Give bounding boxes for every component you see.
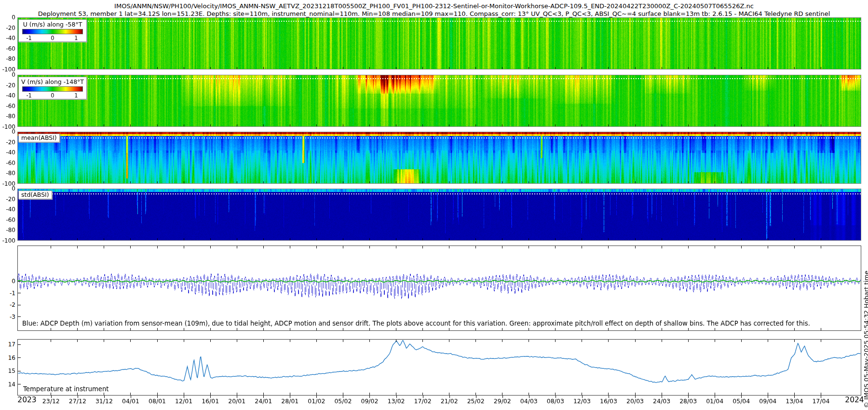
x-tick-mark <box>582 396 583 398</box>
x-tick-mark <box>78 396 78 398</box>
temperature-label: Temperature at instrument <box>23 385 109 393</box>
x-date-label: 05/02 <box>334 397 352 405</box>
x-tick-mark <box>423 396 423 398</box>
y-tick-label: 0 <box>0 71 15 78</box>
legend-v-title: V (m/s) along -148°T <box>21 78 84 85</box>
x-date-label: 01/04 <box>706 397 723 405</box>
colorbar-u <box>22 29 83 34</box>
y-tick-label: -60 <box>0 45 15 52</box>
x-date-label: 27/12 <box>69 397 86 405</box>
colorbar-u-ticks: -1 0 1 <box>21 35 84 41</box>
x-date-label: 12/03 <box>573 397 591 405</box>
y-tick-label: -20 <box>0 139 15 146</box>
panel-std-absi <box>17 189 861 241</box>
y-tick-label: -20 <box>0 196 15 203</box>
y-tick-label: -1 <box>0 290 15 297</box>
x-tick-mark <box>184 396 184 398</box>
panel-temperature <box>17 339 861 396</box>
x-date-label: 05/04 <box>732 397 750 405</box>
depth-variation-plot <box>18 246 861 330</box>
x-date-label: 28/03 <box>679 397 697 405</box>
y-tick-label: -80 <box>0 170 15 177</box>
colorbar-tick: 1 <box>74 35 78 41</box>
x-date-label: 17/02 <box>414 397 432 405</box>
colorbar-tick: 0 <box>51 35 54 41</box>
legend-v: V (m/s) along -148°T -1 0 1 <box>18 77 87 99</box>
y-tick-label: 0 <box>0 128 15 135</box>
x-date-label: 04/01 <box>122 397 139 405</box>
y-tick-label: 16 <box>0 355 15 361</box>
x-tick-mark <box>794 396 795 398</box>
u-velocity-heatmap <box>18 18 861 69</box>
y-tick-label: -40 <box>0 206 15 213</box>
x-date-label: 17/04 <box>812 397 829 405</box>
y-tick-label: -40 <box>0 149 15 156</box>
x-tick-mark <box>290 396 290 398</box>
y-tick-label: -60 <box>0 217 15 223</box>
colorbar-tick: -1 <box>26 92 31 99</box>
y-tick-label: -100 <box>0 237 15 244</box>
x-tick-mark <box>131 396 131 398</box>
x-tick-mark <box>635 396 636 398</box>
x-date-label: 24/01 <box>255 397 272 405</box>
y-tick-label: 17 <box>0 341 15 348</box>
x-date-label: 09/02 <box>361 397 378 405</box>
x-date-label: 24/03 <box>653 397 670 405</box>
x-tick-mark <box>609 396 609 398</box>
colorbar-tick: 1 <box>74 92 78 99</box>
x-date-label: 13/02 <box>388 397 405 405</box>
x-date-label: 29/02 <box>494 397 511 405</box>
y-tick-label: -2 <box>0 301 15 308</box>
x-tick-mark <box>662 396 662 398</box>
colorbar-tick: 0 <box>51 92 54 99</box>
x-tick-mark <box>237 396 237 398</box>
y-tick-label: 0 <box>0 14 15 21</box>
x-date-label: 16/03 <box>600 397 617 405</box>
colorbar-tick: -1 <box>26 35 31 41</box>
panel-v-velocity <box>17 75 861 127</box>
x-date-label: 31/12 <box>95 397 113 405</box>
adcp-summary-figure: IMOS/ANMN/NSW/PH100/Velocity/IMOS_ANMN-N… <box>0 0 868 410</box>
y-tick-label: 0 <box>0 278 15 285</box>
std-absi-heatmap <box>18 189 861 240</box>
x-tick-mark <box>343 396 343 398</box>
x-date-label: 28/01 <box>281 397 298 405</box>
legend-u-title: U (m/s) along -58°T <box>21 21 84 28</box>
y-tick-label: -40 <box>0 35 15 41</box>
x-date-label: 20/03 <box>626 397 644 405</box>
x-date-label: 23/12 <box>42 397 60 405</box>
x-tick-mark <box>556 396 556 398</box>
x-tick-mark <box>476 396 476 398</box>
x-tick-mark <box>369 396 370 398</box>
x-date-label: 08/01 <box>149 397 166 405</box>
y-tick-label: -40 <box>0 92 15 99</box>
x-date-label: 13/04 <box>786 397 803 405</box>
x-tick-mark <box>210 396 211 398</box>
page-subtitle: Deployment 53, member 1 lat=34.12S lon=1… <box>0 10 868 17</box>
x-date-label: 09/04 <box>759 397 776 405</box>
v-velocity-heatmap <box>18 75 861 126</box>
imos-watermark: © IMOS 05-May-2025 05:54:32 Hobart time <box>863 271 868 408</box>
y-tick-label: 14 <box>0 381 15 388</box>
x-tick-mark <box>157 396 158 398</box>
x-tick-mark <box>715 396 715 398</box>
y-tick-label: -20 <box>0 82 15 89</box>
x-year-label: 2024 <box>845 396 864 404</box>
x-tick-mark <box>502 396 503 398</box>
panel-u-velocity <box>17 17 861 69</box>
x-date-label: 08/03 <box>547 397 564 405</box>
colorbar-v <box>22 86 83 92</box>
depth-variation-note: Blue: ADCP Depth (m) variation from sens… <box>22 320 810 327</box>
legend-u: U (m/s) along -58°T -1 0 1 <box>18 19 87 42</box>
y-tick-label: -3 <box>0 314 15 320</box>
y-tick-label: -80 <box>0 227 15 233</box>
y-tick-label: -80 <box>0 55 15 62</box>
x-date-label: 01/02 <box>308 397 325 405</box>
x-year-label: 2023 <box>17 396 36 404</box>
x-tick-mark <box>396 396 397 398</box>
page-title: IMOS/ANMN/NSW/PH100/Velocity/IMOS_ANMN-N… <box>0 2 868 10</box>
mean-absi-label: mean(ABSI) <box>18 134 60 142</box>
x-date-label: 04/03 <box>520 397 538 405</box>
x-date-label: 25/02 <box>467 397 485 405</box>
x-date-label: 12/01 <box>175 397 192 405</box>
